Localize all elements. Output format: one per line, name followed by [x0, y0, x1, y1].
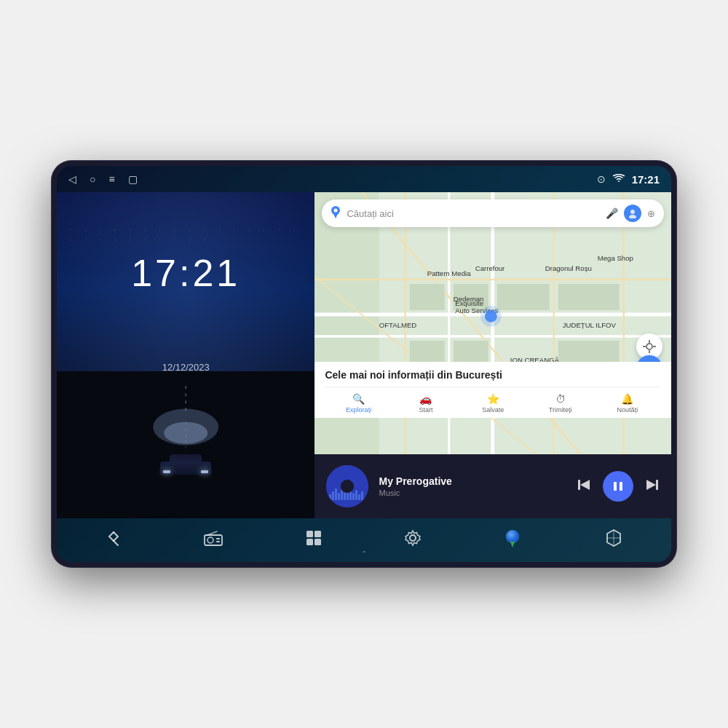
music-next-button[interactable] [644, 477, 660, 496]
maps-user-avatar[interactable] [624, 205, 641, 222]
svg-rect-79 [314, 539, 321, 545]
car-scene [57, 371, 314, 518]
settings-gear-icon [404, 529, 422, 551]
nav-hint-chevron: ⌃ [361, 550, 367, 558]
right-panel: Pattern Media Carrefour Dragonul Roșu De… [314, 192, 671, 518]
svg-rect-52 [329, 494, 331, 500]
bottom-nav-bar: ⌃ [57, 518, 671, 562]
status-indicators: ⊙ 17:21 [597, 173, 660, 186]
nav-radio[interactable] [204, 529, 223, 551]
svg-marker-70 [646, 480, 656, 490]
nav-google-maps[interactable] [503, 529, 522, 552]
maps-search-bar[interactable]: Căutați aici 🎤 ⊕ [322, 199, 664, 227]
back-button[interactable]: ◁ [68, 173, 76, 185]
svg-rect-22 [410, 341, 445, 363]
maps-search-placeholder: Căutați aici [347, 208, 600, 219]
music-player: My Prerogative Music [314, 454, 671, 518]
maps-tab-explore-label: Explorați [346, 406, 371, 414]
road-bg [57, 371, 314, 518]
maps-tab-news[interactable]: 🔔 Noutăți [594, 392, 661, 415]
car-headlight-left [163, 470, 170, 473]
car-headlight-right [201, 470, 208, 473]
svg-text:Pattern Media: Pattern Media [427, 269, 471, 277]
svg-rect-56 [341, 490, 343, 500]
maps-tab-saved[interactable]: ⭐ Salvate [459, 392, 526, 415]
maps-tab-start[interactable]: 🚗 Start [392, 392, 459, 415]
svg-point-43 [630, 210, 635, 214]
svg-rect-53 [332, 491, 334, 500]
nav-bluetooth[interactable] [105, 529, 122, 551]
svg-point-44 [629, 215, 636, 218]
nav-settings[interactable] [404, 529, 422, 551]
start-icon: 🚗 [419, 393, 432, 405]
svg-rect-68 [620, 482, 622, 491]
maps-info-title: Cele mai noi informații din București [325, 369, 661, 381]
music-prev-button[interactable] [577, 477, 593, 496]
maps-nav-icon [503, 529, 522, 552]
wifi-icon [613, 173, 625, 185]
svg-rect-73 [216, 538, 220, 539]
main-content: 17:21 12/12/2023 marți [57, 192, 671, 518]
nav-3d-cube[interactable] [604, 529, 623, 552]
news-icon: 🔔 [621, 393, 633, 405]
svg-text:Dragonul Roșu: Dragonul Roșu [545, 264, 592, 272]
bluetooth-icon [105, 529, 122, 551]
home-button[interactable]: ○ [90, 173, 95, 185]
maps-tab-explore[interactable]: 🔍 Explorați [325, 392, 392, 415]
grid-icon [305, 529, 323, 551]
svg-rect-59 [349, 488, 352, 500]
saved-icon: ⭐ [487, 393, 499, 405]
car-body [160, 462, 211, 475]
svg-rect-77 [314, 531, 321, 537]
svg-rect-61 [355, 490, 357, 500]
radio-icon [204, 529, 223, 551]
music-play-pause-button[interactable] [603, 471, 633, 502]
svg-rect-55 [338, 493, 340, 500]
menu-button[interactable]: ≡ [108, 173, 114, 185]
svg-point-64 [341, 480, 354, 493]
svg-marker-66 [580, 480, 590, 490]
svg-point-5 [164, 422, 207, 444]
maps-logo-icon [331, 205, 341, 221]
svg-marker-42 [333, 214, 338, 218]
car-image [160, 454, 211, 475]
status-time: 17:21 [632, 173, 660, 186]
svg-rect-60 [352, 493, 355, 500]
device-screen: ◁ ○ ≡ ▢ ⊙ 17:21 [57, 166, 671, 562]
svg-rect-25 [558, 341, 620, 363]
maps-mic-icon[interactable]: 🎤 [606, 207, 618, 219]
svg-rect-23 [454, 341, 488, 363]
maps-layers-icon[interactable]: ⊕ [647, 208, 655, 219]
device-frame: ◁ ○ ≡ ▢ ⊙ 17:21 [51, 160, 677, 568]
svg-point-41 [334, 209, 338, 213]
svg-rect-24 [558, 284, 620, 310]
maps-section[interactable]: Pattern Media Carrefour Dragonul Roșu De… [314, 192, 671, 454]
svg-rect-19 [410, 284, 445, 310]
maps-tab-share-label: Trimiteți [549, 406, 572, 414]
music-album-art [326, 465, 368, 507]
screenshot-button[interactable]: ▢ [128, 173, 138, 185]
svg-rect-76 [306, 531, 313, 537]
svg-rect-63 [361, 491, 363, 500]
svg-point-72 [207, 537, 213, 543]
svg-point-82 [506, 530, 519, 543]
location-icon: ⊙ [597, 173, 606, 185]
svg-rect-78 [306, 539, 313, 545]
maps-tab-share[interactable]: ⏱ Trimiteți [526, 392, 593, 415]
music-track-info: My Prerogative Music [379, 475, 566, 497]
explore-icon: 🔍 [352, 393, 365, 405]
share-icon: ⏱ [555, 393, 566, 405]
road-svg [57, 371, 314, 518]
cube-icon [604, 529, 623, 552]
svg-rect-51 [326, 465, 368, 507]
nav-buttons: ◁ ○ ≡ ▢ [68, 173, 138, 185]
nav-apps-grid[interactable] [305, 529, 323, 551]
music-title: My Prerogative [379, 475, 566, 487]
svg-point-80 [410, 535, 416, 541]
maps-tab-start-label: Start [419, 406, 432, 414]
svg-rect-21 [497, 284, 550, 310]
maps-info-bar: Cele mai noi informații din București 🔍 … [314, 362, 671, 418]
svg-text:Carrefour: Carrefour [475, 264, 505, 272]
maps-tab-news-label: Noutăți [617, 406, 638, 414]
svg-point-45 [646, 344, 652, 349]
